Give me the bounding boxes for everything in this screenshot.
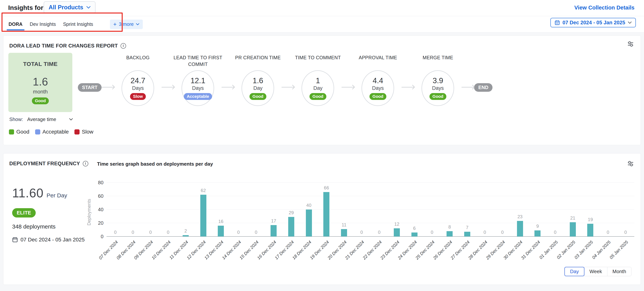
deployment-bar[interactable] bbox=[587, 224, 593, 236]
bar-value-label: 0 bbox=[501, 230, 504, 235]
calendar-icon bbox=[554, 20, 560, 25]
granularity-toggle: DayWeekMonth bbox=[564, 267, 632, 276]
tab-dev-insights[interactable]: Dev Insights bbox=[30, 16, 56, 32]
x-axis-tick-label: 05 Jan 2025 bbox=[608, 239, 629, 260]
stage-name: MERGE TIME bbox=[412, 54, 464, 70]
bar-slot: 1716 Dec 2024 bbox=[265, 183, 282, 236]
deployment-bar[interactable] bbox=[341, 229, 347, 236]
y-tick-label: 60 bbox=[92, 193, 104, 199]
bars-area: 007 Dec 2024008 Dec 2024009 Dec 2024010 … bbox=[106, 183, 634, 236]
legend-item-acceptable: Acceptable bbox=[35, 129, 69, 135]
granularity-day-button[interactable]: Day bbox=[564, 267, 584, 276]
bar-value-label: 0 bbox=[255, 230, 257, 235]
info-icon[interactable]: i bbox=[120, 43, 126, 49]
y-tick-label: 20 bbox=[92, 220, 104, 226]
bar-slot: 6212 Dec 2024 bbox=[194, 183, 212, 236]
chevron-down-icon bbox=[69, 118, 73, 121]
bar-value-label: 21 bbox=[570, 215, 575, 221]
bar-slot: 025 Dec 2024 bbox=[423, 183, 441, 236]
bar-value-label: 0 bbox=[624, 230, 627, 235]
arrow-head bbox=[230, 85, 235, 89]
legend-label: Good bbox=[16, 129, 30, 135]
product-selector-dropdown[interactable]: All Products bbox=[44, 1, 96, 14]
stage-value: 4.4 bbox=[373, 76, 383, 85]
show-label: Show: bbox=[9, 116, 23, 122]
stage-status-badge: Acceptable bbox=[184, 93, 212, 100]
total-time-value: 1.6 bbox=[33, 75, 48, 88]
bar-slot: 010 Dec 2024 bbox=[159, 183, 177, 236]
flow-arrow bbox=[162, 85, 174, 90]
stage-time-to-comment: TIME TO COMMENT1DayGood bbox=[294, 54, 342, 106]
deployment-bar[interactable] bbox=[218, 226, 224, 236]
total-time-status-badge: Good bbox=[32, 97, 49, 104]
deployment-bar[interactable] bbox=[446, 231, 452, 236]
stage-status-badge: Slow bbox=[130, 93, 146, 100]
insights-dashboard: Insights for All Products View Collectio… bbox=[0, 0, 644, 291]
flow-arrow bbox=[342, 85, 354, 90]
chevron-down-icon bbox=[136, 23, 139, 26]
deployment-bar[interactable] bbox=[183, 235, 189, 236]
stage-approval-time: APPROVAL TIME4.4DaysGood bbox=[354, 54, 402, 106]
bar-slot: 1223 Dec 2024 bbox=[388, 183, 406, 236]
date-range-picker[interactable]: 07 Dec 2024 - 05 Jan 2025 bbox=[550, 18, 636, 27]
deployment-bar[interactable] bbox=[534, 230, 540, 236]
deployment-bar[interactable] bbox=[412, 232, 418, 236]
granularity-week-button[interactable]: Week bbox=[584, 267, 607, 276]
bar-value-label: 8 bbox=[448, 224, 451, 230]
tab-dora[interactable]: DORA bbox=[8, 16, 23, 32]
deployment-bar[interactable] bbox=[570, 222, 576, 236]
bar-slot: 1613 Dec 2024 bbox=[212, 183, 230, 236]
bar-value-label: 17 bbox=[271, 218, 276, 224]
deployment-card-title: DEPLOYMENT FREQUENCY bbox=[9, 161, 80, 167]
bar-value-label: 0 bbox=[167, 230, 169, 235]
deployment-frequency-card: DEPLOYMENT FREQUENCY i Time series graph… bbox=[3, 153, 641, 285]
bar-slot: 931 Dec 2024 bbox=[529, 183, 546, 236]
show-metric-select[interactable]: Show: Average time bbox=[9, 116, 73, 122]
x-axis-tick-label: 04 Jan 2025 bbox=[591, 239, 612, 260]
stage-unit: Days bbox=[372, 85, 384, 91]
bar-value-label: 12 bbox=[394, 221, 400, 227]
bar-value-label: 0 bbox=[554, 230, 556, 235]
bar-slot: 028 Dec 2024 bbox=[476, 183, 494, 236]
stage-unit: Day bbox=[313, 85, 322, 91]
view-collection-details-link[interactable]: View Collection Details bbox=[574, 5, 634, 11]
bar-value-label: 0 bbox=[149, 230, 152, 235]
stats-date-range-value: 07 Dec 2024 - 05 Jan 2025 bbox=[20, 237, 85, 243]
bar-value-label: 0 bbox=[132, 230, 134, 235]
chart-settings-icon[interactable] bbox=[627, 41, 634, 47]
more-tabs-dropdown[interactable]: +3 more bbox=[110, 20, 143, 29]
bar-value-label: 2 bbox=[184, 228, 187, 234]
bar-value-label: 7 bbox=[466, 225, 468, 230]
y-axis-label: Deployments bbox=[86, 199, 92, 225]
stage-name: PR CREATION TIME bbox=[232, 54, 284, 70]
tab-sprint-insights[interactable]: Sprint Insights bbox=[63, 16, 94, 32]
bar-value-label: 62 bbox=[201, 188, 206, 193]
deployment-bar[interactable] bbox=[200, 195, 206, 236]
arrow-head bbox=[290, 85, 295, 89]
x-axis-tick-label: 02 Jan 2025 bbox=[556, 239, 576, 260]
deployment-bar[interactable] bbox=[288, 217, 294, 236]
bar-value-label: 29 bbox=[289, 210, 294, 215]
bar-value-label: 23 bbox=[517, 214, 522, 219]
granularity-month-button[interactable]: Month bbox=[607, 267, 632, 276]
deployment-bar[interactable] bbox=[270, 225, 276, 236]
deployment-bar[interactable] bbox=[464, 232, 470, 236]
deployment-bar[interactable] bbox=[306, 209, 312, 236]
plus-icon: + bbox=[113, 22, 117, 27]
info-icon[interactable]: i bbox=[83, 161, 88, 166]
chart-settings-icon[interactable] bbox=[627, 160, 634, 167]
deployment-bar[interactable] bbox=[394, 228, 400, 236]
bar-slot: 014 Dec 2024 bbox=[230, 183, 248, 236]
deployment-rate-unit: Per Day bbox=[46, 192, 67, 199]
bar-value-label: 0 bbox=[431, 230, 433, 235]
deployment-bar[interactable] bbox=[517, 221, 523, 236]
deployment-bar[interactable] bbox=[323, 192, 330, 236]
arrow-head bbox=[470, 85, 475, 89]
bar-slot: 022 Dec 2024 bbox=[370, 183, 388, 236]
bar-value-label: 19 bbox=[588, 217, 593, 222]
legend-swatch bbox=[9, 129, 14, 134]
stage-status-badge: Good bbox=[310, 93, 326, 100]
calendar-icon bbox=[12, 237, 18, 242]
y-tick-label: 40 bbox=[92, 207, 104, 212]
performance-tier-badge: ELITE bbox=[12, 208, 36, 217]
